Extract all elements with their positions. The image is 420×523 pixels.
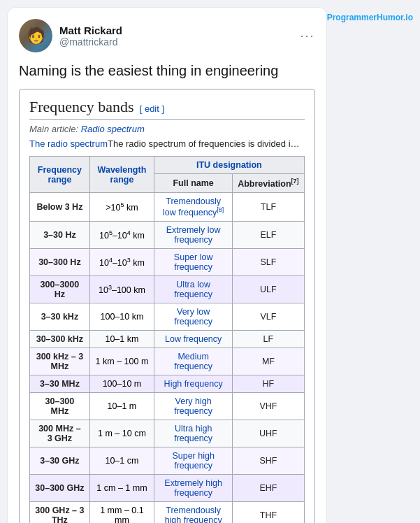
wavelength-cell: 10–1 m: [89, 393, 154, 420]
wavelength-cell: 100–10 km: [89, 303, 154, 331]
full-name-cell: Extremely high frequency: [154, 475, 233, 502]
full-name-cell: Medium frequency: [154, 348, 233, 375]
freq-range-cell: 300–3000 Hz: [30, 276, 90, 303]
wavelength-cell: 105–104 km: [89, 222, 154, 249]
user-info: Matt Rickard @mattrickard: [59, 24, 122, 48]
table-row: 300–3000 Hz103–100 kmUltra low frequency…: [30, 276, 305, 303]
wavelength-cell: 104–103 km: [89, 249, 154, 276]
col-header-wavelength: Wavelength range: [89, 157, 154, 193]
freq-range-cell: 300 kHz – 3 MHz: [30, 348, 90, 375]
freq-range-cell: 3–30 Hz: [30, 222, 90, 249]
table-row: 30–300 kHz10–1 kmLow frequencyLF: [30, 331, 305, 348]
tweet-text: Naming is the easiest thing in engineeri…: [19, 61, 315, 80]
wiki-title-text: Frequency bands: [29, 98, 134, 116]
col-header-abbr: Abbreviation[7]: [233, 174, 304, 193]
site-name: ProgrammerHumor.io: [327, 13, 413, 22]
abbr-cell: SHF: [233, 447, 304, 475]
table-row: 30–300 Hz104–103 kmSuper low frequencySL…: [30, 249, 305, 276]
table-row: 30–300 MHz10–1 mVery high frequencyVHF: [30, 393, 305, 420]
wavelength-cell: 10–1 km: [89, 331, 154, 348]
wiki-edit-link[interactable]: [ edit ]: [140, 103, 164, 114]
frequency-table: Frequency range Wavelength range ITU des…: [29, 156, 305, 523]
abbr-cell: HF: [233, 375, 304, 393]
full-name-cell: Super high frequency: [154, 447, 233, 475]
wiki-title: Frequency bands [ edit ]: [29, 98, 305, 120]
freq-range-cell: 300 GHz – 3 THz: [30, 502, 90, 523]
col-header-itu: ITU designation: [154, 157, 305, 174]
abbr-cell: VLF: [233, 303, 304, 331]
abbr-cell: SLF: [233, 249, 304, 276]
tweet-header-left: 🧑 Matt Rickard @mattrickard: [19, 19, 122, 52]
freq-range-cell: 30–300 Hz: [30, 249, 90, 276]
table-row: 3–30 MHz100–10 mHigh frequencyHF: [30, 375, 305, 393]
wiki-description: The radio spectrumThe radio spectrum of …: [29, 138, 305, 149]
table-body: Below 3 Hz>105 kmTremendously low freque…: [30, 193, 305, 523]
abbr-cell: UHF: [233, 420, 304, 447]
wavelength-cell: >105 km: [89, 193, 154, 222]
full-name-cell: Low frequency: [154, 331, 233, 348]
table-header-row-1: Frequency range Wavelength range ITU des…: [30, 157, 305, 174]
freq-range-cell: 3–30 GHz: [30, 447, 90, 475]
wavelength-cell: 103–100 km: [89, 276, 154, 303]
full-name-cell: High frequency: [154, 375, 233, 393]
full-name-cell: Extremely low frequency: [154, 222, 233, 249]
freq-range-cell: 30–300 MHz: [30, 393, 90, 420]
site-footer: ProgrammerHumor.io: [327, 13, 413, 22]
wavelength-cell: 1 mm – 0.1 mm: [89, 502, 154, 523]
freq-range-cell: 30–300 kHz: [30, 331, 90, 348]
wavelength-cell: 1 cm – 1 mm: [89, 475, 154, 502]
abbr-cell: VHF: [233, 393, 304, 420]
wavelength-cell: 1 km – 100 m: [89, 348, 154, 375]
col-header-fullname: Full name: [154, 174, 233, 193]
table-row: 3–30 Hz105–104 kmExtremely low frequency…: [30, 222, 305, 249]
avatar-image: 🧑: [19, 19, 52, 52]
table-row: 3–30 GHz10–1 cmSuper high frequencySHF: [30, 447, 305, 475]
abbr-cell: THF: [233, 502, 304, 523]
wavelength-cell: 1 m – 10 cm: [89, 420, 154, 447]
radio-spectrum-link[interactable]: The radio spectrum: [29, 138, 108, 149]
full-name-cell: Very low frequency: [154, 303, 233, 331]
abbr-cell: LF: [233, 331, 304, 348]
freq-range-cell: 300 MHz – 3 GHz: [30, 420, 90, 447]
wavelength-cell: 100–10 m: [89, 375, 154, 393]
tweet-header: 🧑 Matt Rickard @mattrickard ···: [19, 19, 315, 52]
freq-range-cell: 30–300 GHz: [30, 475, 90, 502]
full-name-cell: Tremendously high frequency: [154, 502, 233, 523]
table-row: 30–300 GHz1 cm – 1 mmExtremely high freq…: [30, 475, 305, 502]
display-name: Matt Rickard: [59, 24, 122, 36]
table-row: Below 3 Hz>105 kmTremendously low freque…: [30, 193, 305, 222]
full-name-cell: Super low frequency: [154, 249, 233, 276]
abbr-cell: EHF: [233, 475, 304, 502]
tweet-card: 🧑 Matt Rickard @mattrickard ··· Naming i…: [7, 7, 327, 523]
abbr-cell: ELF: [233, 222, 304, 249]
freq-range-cell: 3–30 kHz: [30, 303, 90, 331]
abbr-cell: ULF: [233, 276, 304, 303]
full-name-cell: Tremendously low frequency[8]: [154, 193, 233, 222]
table-row: 3–30 kHz100–10 kmVery low frequencyVLF: [30, 303, 305, 331]
col-header-frequency: Frequency range: [30, 157, 90, 193]
full-name-cell: Very high frequency: [154, 393, 233, 420]
table-row: 300 GHz – 3 THz1 mm – 0.1 mmTremendously…: [30, 502, 305, 523]
wiki-subtitle-link[interactable]: Radio spectrum: [81, 124, 145, 134]
wiki-subtitle: Main article: Radio spectrum: [29, 124, 305, 134]
table-row: 300 MHz – 3 GHz1 m – 10 cmUltra high fre…: [30, 420, 305, 447]
table-row: 300 kHz – 3 MHz1 km – 100 mMedium freque…: [30, 348, 305, 375]
abbr-cell: MF: [233, 348, 304, 375]
user-handle: @mattrickard: [59, 36, 122, 48]
full-name-cell: Ultra high frequency: [154, 420, 233, 447]
wavelength-cell: 10–1 cm: [89, 447, 154, 475]
abbr-note: [7]: [291, 178, 299, 185]
freq-range-cell: 3–30 MHz: [30, 375, 90, 393]
freq-range-cell: Below 3 Hz: [30, 193, 90, 222]
wiki-box: Frequency bands [ edit ] Main article: R…: [19, 89, 315, 523]
full-name-cell: Ultra low frequency: [154, 276, 233, 303]
abbr-cell: TLF: [233, 193, 304, 222]
more-button[interactable]: ···: [300, 29, 315, 43]
avatar: 🧑: [19, 19, 52, 52]
